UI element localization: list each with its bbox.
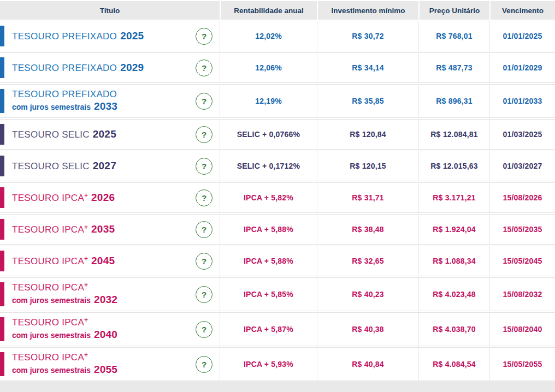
bond-name: TESOURO SELIC [12,129,90,140]
bond-year: 2029 [120,62,144,73]
title-cell: TESOURO PREFIXADO2025 ? [0,21,220,51]
row-color-bar [0,219,4,240]
annual-rate: 12,06% [220,53,317,82]
table-row: TESOURO SELIC2027 ? SELIC + 0,1712% R$ 1… [0,151,555,181]
help-button[interactable]: ? [196,253,212,270]
help-button[interactable]: ? [196,356,212,373]
unit-price: R$ 12.015,63 [418,151,489,181]
title-cell: TESOURO IPCA+ com juros semestrais2032 ? [0,278,220,311]
annual-rate: 12,19% [220,85,317,117]
min-investment: R$ 120,84 [317,120,418,149]
title-cell: TESOURO IPCA+2045 ? [0,246,220,276]
annual-rate: IPCA + 5,93% [220,348,317,381]
row-color-bar [0,317,4,341]
bond-year: 2026 [91,192,115,203]
bond-year: 2045 [91,255,115,266]
unit-price: R$ 12.084,81 [418,120,489,149]
min-investment: R$ 38,48 [317,215,418,244]
bond-title: TESOURO SELIC2025 [12,128,190,140]
bond-title: TESOURO PREFIXADO com juros semestrais20… [12,89,190,112]
column-header-investimento: Investimento mínimo [317,1,418,20]
help-button[interactable]: ? [196,286,212,303]
bond-title-line2: com juros semestrais2033 [12,100,190,112]
bond-name: TESOURO IPCA [12,224,84,235]
bond-title: TESOURO IPCA+2035 [12,223,190,235]
question-icon: ? [202,97,206,106]
help-button[interactable]: ? [196,221,212,238]
question-icon: ? [202,257,206,266]
title-cell: TESOURO IPCA+ com juros semestrais2040 ? [0,313,220,346]
help-button[interactable]: ? [196,28,212,45]
unit-price: R$ 768,01 [418,21,489,51]
annual-rate: IPCA + 5,82% [220,183,317,212]
bond-title-line1: TESOURO PREFIXADO2029 [12,62,190,74]
min-investment: R$ 32,65 [317,246,418,276]
plus-superscript: + [84,254,88,262]
bond-name: TESOURO SELIC [12,161,90,171]
title-cell: TESOURO IPCA+ com juros semestrais2055 ? [0,348,220,381]
help-button[interactable]: ? [196,189,212,206]
maturity-date: 15/08/2040 [489,313,555,346]
bond-title-line2: com juros semestrais2040 [12,329,190,341]
bond-name: TESOURO PREFIXADO [12,31,117,41]
maturity-date: 15/08/2026 [489,183,555,212]
help-button[interactable]: ? [196,321,212,338]
plus-superscript: + [84,223,88,230]
question-icon: ? [202,193,206,203]
maturity-date: 01/01/2029 [489,53,555,82]
bond-name: TESOURO PREFIXADO [12,89,117,99]
title-cell: TESOURO IPCA+2035 ? [0,215,220,244]
unit-price: R$ 4.038,70 [418,313,489,346]
bond-year: 2035 [91,223,115,235]
bond-name: TESOURO IPCA [12,256,84,266]
help-button[interactable]: ? [196,93,212,110]
row-color-bar [0,187,4,208]
table-row: TESOURO IPCA+2045 ? IPCA + 5,88% R$ 32,6… [0,246,555,276]
min-investment: R$ 31,71 [317,183,418,212]
maturity-date: 15/08/2032 [489,278,555,311]
table-row: TESOURO IPCA+ com juros semestrais2032 ?… [0,277,555,311]
table-row: TESOURO IPCA+ com juros semestrais2040 ?… [0,312,555,346]
question-icon: ? [202,290,206,299]
bond-subtitle: com juros semestrais [12,331,91,340]
bond-title: TESOURO PREFIXADO2025 [12,30,190,42]
table-row: TESOURO SELIC2025 ? SELIC + 0,0766% R$ 1… [0,119,555,150]
unit-price: R$ 3.171,21 [418,183,489,212]
bond-title-line1: TESOURO SELIC2025 [12,128,190,140]
table-header: Título Rentabilidade anual Investimento … [0,1,555,20]
bond-title: TESOURO IPCA+2026 [12,192,190,204]
row-color-bar [0,57,4,78]
table-row: TESOURO PREFIXADO2025 ? 12,02% R$ 30,72 … [0,21,555,51]
bond-subtitle: com juros semestrais [12,366,91,375]
bond-title: TESOURO IPCA+ com juros semestrais2055 [12,352,190,376]
column-header-preco: Preço Unitário [418,1,489,20]
bond-year: 2025 [93,128,116,140]
question-icon: ? [202,32,206,41]
question-icon: ? [202,63,206,73]
help-button[interactable]: ? [196,60,212,76]
min-investment: R$ 35,85 [317,85,418,117]
bond-title-line1: TESOURO IPCA+ [12,282,190,293]
question-icon: ? [202,325,206,334]
table-row: TESOURO PREFIXADO2029 ? 12,06% R$ 34,14 … [0,52,555,83]
plus-superscript: + [84,281,88,289]
bond-title-line2: com juros semestrais2055 [12,364,190,376]
maturity-date: 15/05/2055 [489,348,555,381]
min-investment: R$ 30,72 [317,21,418,51]
question-icon: ? [202,360,206,369]
help-button[interactable]: ? [196,126,212,143]
row-color-bar [0,26,4,46]
bond-title-line2: com juros semestrais2032 [12,294,190,306]
annual-rate: 12,02% [220,21,317,51]
bond-year: 2055 [94,364,117,375]
row-color-bar [0,124,4,145]
unit-price: R$ 4.023,48 [418,278,489,311]
bond-name: TESOURO PREFIXADO [12,63,117,73]
title-cell: TESOURO SELIC2025 ? [0,120,220,149]
row-color-bar [0,89,4,113]
plus-superscript: + [84,351,88,359]
bond-title-line1: TESOURO IPCA+ [12,352,190,363]
bond-title: TESOURO IPCA+2045 [12,255,190,267]
help-button[interactable]: ? [196,158,212,175]
column-header-vencimento: Vencimento [489,1,555,20]
